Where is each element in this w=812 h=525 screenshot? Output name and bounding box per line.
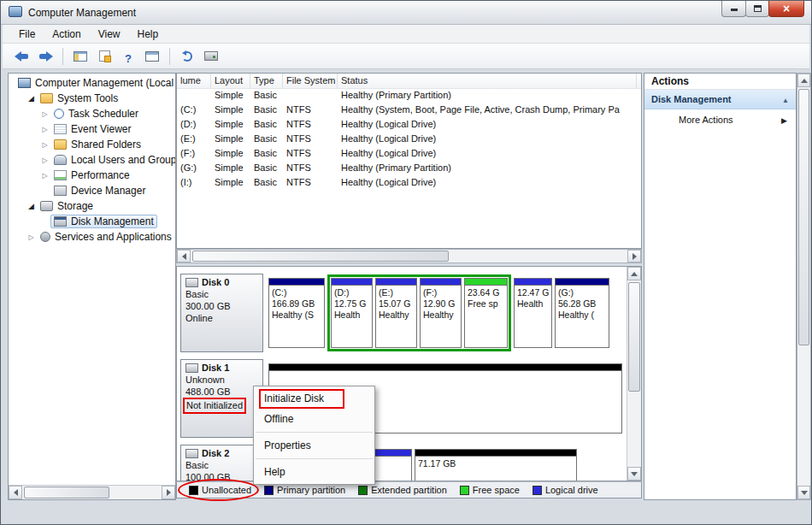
scrollbar-track[interactable]	[22, 486, 162, 499]
refresh-button[interactable]	[177, 46, 197, 67]
scroll-up-button[interactable]	[627, 267, 641, 280]
scrollbar-track[interactable]	[797, 87, 810, 486]
partition-f[interactable]: (F:)12.90 GHealthy	[420, 278, 462, 348]
disk-label-disk-1[interactable]: Disk 1Unknown488.00 GBNot Initialized	[180, 359, 263, 438]
tree-item-task-scheduler[interactable]: ▷Task Scheduler	[9, 106, 175, 121]
tree-horizontal-scrollbar[interactable]	[9, 485, 175, 499]
window-title: Computer Management	[28, 7, 136, 19]
show-console-tree-button[interactable]	[70, 46, 91, 67]
close-button[interactable]: ×	[768, 1, 804, 17]
partition-line: 12.90 G	[421, 298, 461, 310]
tree-item-local-users-and-groups[interactable]: ▷Local Users and Groups	[9, 152, 175, 168]
partition-12-47-g[interactable]: 12.47 GHealth	[514, 278, 552, 348]
expand-arrow-icon[interactable]: ▷	[39, 156, 50, 164]
partition-71-17-gb[interactable]: 71.17 GB	[415, 449, 577, 481]
disk-icon	[185, 363, 198, 373]
partition-23-64-g[interactable]: 23.64 GFree sp	[464, 278, 508, 348]
context-menu-item-help[interactable]: Help	[254, 462, 374, 482]
tree-item-system-tools[interactable]: ◢System Tools	[9, 91, 175, 106]
tree-item-shared-folders[interactable]: ▷Shared Folders	[9, 137, 175, 152]
forward-button[interactable]	[35, 46, 56, 67]
tree-item-body: Device Manager	[50, 184, 149, 198]
menu-separator	[256, 432, 373, 433]
tree-item-computer-management-local[interactable]: Computer Management (Local	[9, 75, 175, 91]
disk-label-disk-2[interactable]: Disk 2Basic100.00 GB	[180, 445, 263, 481]
menu-view[interactable]: View	[91, 27, 128, 42]
volume-row-e[interactable]: (E:)SimpleBasicNTFSHealthy (Logical Driv…	[177, 133, 641, 147]
column-header-layout[interactable]: Layout	[211, 74, 250, 88]
tree-item-performance[interactable]: ▷Performance	[9, 168, 175, 183]
legend-extended-partition: Extended partition	[358, 485, 447, 495]
more-actions[interactable]: More Actions	[644, 109, 796, 130]
scroll-right-button[interactable]	[627, 250, 641, 262]
scrollbar-thumb[interactable]	[24, 487, 109, 498]
expand-arrow-icon[interactable]: ▷	[39, 172, 50, 180]
scroll-down-button[interactable]	[627, 467, 641, 481]
help-button[interactable]	[118, 46, 138, 67]
scroll-down-button[interactable]	[797, 486, 810, 499]
context-menu-item-initialize-disk[interactable]: Initialize Disk	[254, 388, 374, 409]
forward-icon	[38, 51, 53, 62]
tree-item-storage[interactable]: ◢Storage	[9, 198, 175, 214]
column-header-status[interactable]: Status	[338, 74, 637, 88]
context-menu-item-properties[interactable]: Properties	[254, 435, 374, 456]
tree-item-services-and-applications[interactable]: ▷Services and Applications	[9, 229, 175, 245]
expand-arrow-icon[interactable]: ▷	[26, 233, 37, 241]
partition-line: 12.47 G	[515, 287, 551, 298]
context-menu-item-offline[interactable]: Offline	[254, 409, 374, 429]
scroll-left-button[interactable]	[177, 250, 191, 262]
legend-logical-drive: Logical drive	[533, 485, 598, 495]
column-header-lume[interactable]: lume	[177, 74, 211, 88]
menu-help[interactable]: Help	[130, 27, 167, 42]
minimize-button[interactable]	[721, 1, 746, 17]
tree-item-event-viewer[interactable]: ▷Event Viewer	[9, 121, 175, 137]
graph-vertical-scrollbar[interactable]	[627, 267, 641, 481]
menu-action[interactable]: Action	[44, 27, 88, 42]
back-button[interactable]	[11, 46, 32, 67]
maximize-button[interactable]	[745, 1, 769, 17]
menu-file[interactable]: File	[11, 27, 43, 42]
scrollbar-thumb[interactable]	[798, 89, 809, 345]
export-list-button[interactable]	[94, 46, 115, 67]
volume-row-0[interactable]: SimpleBasicHealthy (Primary Partition)	[177, 89, 641, 103]
titlebar[interactable]: Computer Management ×	[1, 1, 811, 25]
scrollbar-thumb[interactable]	[628, 282, 640, 392]
column-header-type[interactable]: Type	[250, 74, 283, 88]
properties-button[interactable]	[142, 46, 162, 67]
volume-row-c[interactable]: (C:)SimpleBasicNTFSHealthy (System, Boot…	[177, 103, 641, 118]
volume-row-f[interactable]: (F:)SimpleBasicNTFSHealthy (Logical Driv…	[177, 147, 641, 162]
collapse-arrow-icon[interactable]: ◢	[26, 202, 37, 210]
volume-cell	[177, 89, 211, 103]
volume-row-d[interactable]: (D:)SimpleBasicNTFSHealthy (Logical Driv…	[177, 118, 641, 133]
partition-c[interactable]: (C:)166.89 GBHealthy (S	[268, 278, 325, 348]
partition-e[interactable]: (E:)15.07 GHealthy	[375, 278, 417, 348]
volume-row-i[interactable]: (I:)SimpleBasicNTFSHealthy (Logical Driv…	[177, 176, 641, 191]
scroll-left-button[interactable]	[9, 486, 22, 499]
disk-label-disk-0[interactable]: Disk 0Basic300.00 GBOnline	[180, 274, 263, 352]
partition-line: (F:)	[421, 287, 461, 298]
scrollbar-thumb[interactable]	[192, 251, 449, 262]
partition-g[interactable]: (G:)56.28 GBHealthy (	[555, 278, 609, 348]
column-header-file-system[interactable]: File System	[283, 74, 338, 88]
volume-row-g[interactable]: (G:)SimpleBasicNTFSHealthy (Primary Part…	[177, 162, 641, 176]
scroll-up-button[interactable]	[797, 74, 810, 87]
collapse-arrow-icon[interactable]: ◢	[26, 94, 37, 103]
expand-arrow-icon[interactable]: ▷	[39, 141, 50, 149]
tree-item-device-manager[interactable]: Device Manager	[9, 183, 175, 198]
partition-body: 12.47 GHealth	[515, 286, 551, 310]
expand-arrow-icon[interactable]: ▷	[39, 110, 50, 118]
window-vertical-scrollbar[interactable]	[797, 73, 811, 500]
scrollbar-track[interactable]	[191, 250, 627, 262]
actions-section-disk-management[interactable]: Disk Management	[644, 90, 796, 109]
expand-arrow-icon[interactable]: ▷	[39, 126, 50, 133]
scroll-right-button[interactable]	[162, 486, 175, 499]
volume-list-horizontal-scrollbar[interactable]	[176, 249, 642, 263]
volume-cell: Healthy (System, Boot, Page File, Active…	[338, 103, 637, 118]
partition-body: (E:)15.07 GHealthy	[376, 286, 416, 321]
partition-d[interactable]: (D:)12.75 GHealth	[331, 278, 373, 348]
collapse-chevron-icon[interactable]	[782, 94, 789, 104]
rescan-disks-button[interactable]	[201, 46, 221, 67]
partition-line: 15.07 G	[376, 298, 416, 310]
tree-item-disk-management[interactable]: Disk Management	[9, 214, 175, 229]
scrollbar-track[interactable]	[627, 280, 641, 467]
